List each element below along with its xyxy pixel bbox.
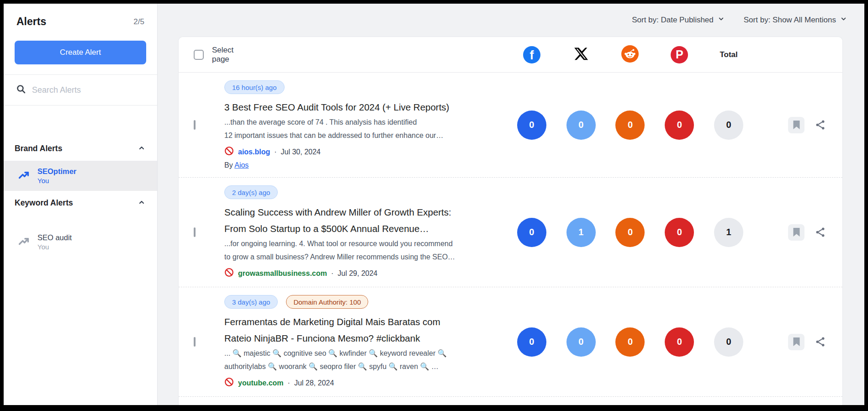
x-count: 0: [566, 111, 596, 140]
sort-toolbar: Sort by: Date Published Sort by: Show Al…: [158, 4, 864, 37]
mention-title[interactable]: From Solo Startup to a $500K Annual Reve…: [224, 221, 507, 237]
bookmark-icon[interactable]: [788, 224, 804, 241]
share-icon[interactable]: [815, 227, 826, 238]
share-icon[interactable]: [815, 336, 826, 348]
search-alerts-input[interactable]: [32, 85, 132, 95]
keyword-alerts-label: Keyword Alerts: [15, 198, 73, 208]
block-icon[interactable]: [224, 146, 234, 158]
sidebar-item-seoptimer[interactable]: SEOptimer You: [4, 161, 157, 191]
total-count: 0: [714, 111, 743, 140]
brand-alerts-label: Brand Alerts: [15, 144, 62, 153]
table-header: Select page f: [179, 37, 842, 73]
mentions-main: Sort by: Date Published Sort by: Show Al…: [158, 4, 864, 405]
mention-row: 16 hour(s) ago 3 Best Free SEO Audit Too…: [179, 73, 842, 178]
row-checkbox[interactable]: [194, 120, 196, 130]
alert-name: SEO audit: [37, 233, 72, 242]
mention-title[interactable]: Ferramentas de Marketing Digital Mais Ba…: [224, 314, 507, 330]
app-root: Alerts 2/5 Create Alert Brand Alerts SEO…: [4, 4, 864, 405]
mention-byline: By Aios: [224, 161, 507, 169]
pinterest-count: 0: [665, 218, 694, 247]
separator-dot: ·: [331, 269, 333, 278]
reddit-count: 0: [615, 327, 645, 357]
x-twitter-icon: [574, 47, 588, 63]
trending-up-icon: [18, 235, 30, 249]
mention-title[interactable]: Scaling Success with Andrew Miller of Gr…: [224, 204, 507, 221]
bookmark-icon[interactable]: [788, 334, 804, 350]
mention-snippet-line: ...for ongoing learning. 4. What tool or…: [224, 237, 507, 250]
share-icon[interactable]: [815, 119, 826, 131]
keyword-alerts-section-header[interactable]: Keyword Alerts: [4, 191, 157, 215]
brand-alerts-section-header[interactable]: Brand Alerts: [4, 137, 157, 161]
page-title: Alerts: [16, 16, 46, 28]
age-badge: 3 day(s) ago: [224, 295, 278, 309]
mentions-card: Select page f: [178, 37, 843, 405]
age-badge: 16 hour(s) ago: [224, 80, 285, 94]
mention-snippet-line: authoritylabs 🔍 woorank 🔍 seopro filer 🔍…: [224, 360, 507, 373]
mention-snippet-line: 12 important issues that can be addresse…: [224, 129, 507, 142]
sidebar-gap: [4, 215, 157, 227]
search-alerts-box: [4, 74, 157, 105]
mention-domain[interactable]: growasmallbusiness.com: [238, 269, 327, 278]
alert-owner: You: [37, 177, 76, 184]
sort-by-mentions-label: Sort by: Show All Mentions: [744, 16, 836, 25]
mention-snippet-line: ...than the average score of 74 . This a…: [224, 116, 507, 129]
bookmark-icon[interactable]: [788, 117, 804, 133]
alert-owner: You: [37, 243, 72, 251]
domain-authority-badge: Domain Authority: 100: [286, 295, 368, 309]
mention-title[interactable]: 3 Best Free SEO Audit Tools for 2024 (+ …: [224, 99, 507, 116]
x-count: 0: [566, 327, 596, 357]
mention-snippet-line: to grow a small business? Andrew Miller …: [224, 250, 507, 263]
search-icon: [16, 84, 26, 95]
chevron-down-icon: [840, 16, 847, 25]
mention-domain[interactable]: aios.blog: [238, 148, 270, 156]
row-checkbox[interactable]: [194, 337, 196, 347]
pinterest-icon: P: [671, 46, 688, 63]
mention-date: Jul 29, 2024: [338, 269, 377, 278]
create-alert-button[interactable]: Create Alert: [15, 41, 146, 64]
mention-domain[interactable]: youtube.com: [238, 379, 284, 387]
sidebar-header: Alerts 2/5: [4, 4, 157, 32]
select-page-label: Select page: [212, 46, 233, 64]
reddit-count: 0: [615, 218, 645, 247]
mention-row: 3 day(s) ago Domain Authority: 100 Ferra…: [179, 287, 842, 397]
facebook-count: 0: [517, 218, 546, 247]
total-count: 1: [714, 218, 743, 247]
trending-up-icon: [18, 169, 30, 183]
alerts-sidebar: Alerts 2/5 Create Alert Brand Alerts SEO…: [4, 4, 158, 405]
block-icon[interactable]: [224, 377, 234, 389]
alert-name: SEOptimer: [37, 167, 76, 176]
pinterest-count: 0: [665, 327, 694, 357]
byline-author-link[interactable]: Aios: [234, 161, 249, 169]
row-checkbox[interactable]: [194, 227, 196, 237]
mention-date: Jul 28, 2024: [294, 379, 334, 387]
chevron-up-icon: [138, 199, 145, 208]
alerts-usage-counter: 2/5: [133, 17, 144, 26]
block-icon[interactable]: [224, 268, 234, 279]
select-page-checkbox[interactable]: [194, 50, 204, 60]
chevron-up-icon: [138, 144, 145, 153]
sort-by-mentions-dropdown[interactable]: Sort by: Show All Mentions: [744, 16, 847, 25]
separator-dot: ·: [288, 379, 290, 387]
sidebar-item-seo-audit[interactable]: SEO audit You: [4, 227, 157, 257]
sidebar-spacer: [4, 105, 157, 137]
byline-prefix: By: [224, 161, 233, 169]
window-frame: Alerts 2/5 Create Alert Brand Alerts SEO…: [0, 0, 868, 411]
reddit-count: 0: [615, 111, 645, 140]
chevron-down-icon: [718, 16, 725, 25]
separator-dot: ·: [274, 148, 276, 156]
facebook-icon: f: [523, 46, 540, 63]
total-column-label: Total: [720, 50, 737, 59]
mention-date: Jul 30, 2024: [281, 148, 321, 156]
x-count: 1: [566, 218, 596, 247]
age-badge: 2 day(s) ago: [224, 185, 278, 199]
pinterest-count: 0: [665, 111, 694, 140]
sort-by-date-dropdown[interactable]: Sort by: Date Published: [632, 16, 725, 25]
mention-snippet-line: ... 🔍 majestic 🔍 cognitive seo 🔍 kwfinde…: [224, 347, 507, 360]
mention-row: 2 day(s) ago Scaling Success with Andrew…: [179, 178, 842, 287]
facebook-count: 0: [517, 111, 546, 140]
facebook-count: 0: [517, 327, 546, 357]
sort-by-date-label: Sort by: Date Published: [632, 16, 714, 25]
mention-title[interactable]: Rateio NinjaBR - Funciona Mesmo? #clickb…: [224, 330, 507, 347]
reddit-icon: [621, 45, 639, 64]
total-count: 0: [714, 327, 743, 357]
